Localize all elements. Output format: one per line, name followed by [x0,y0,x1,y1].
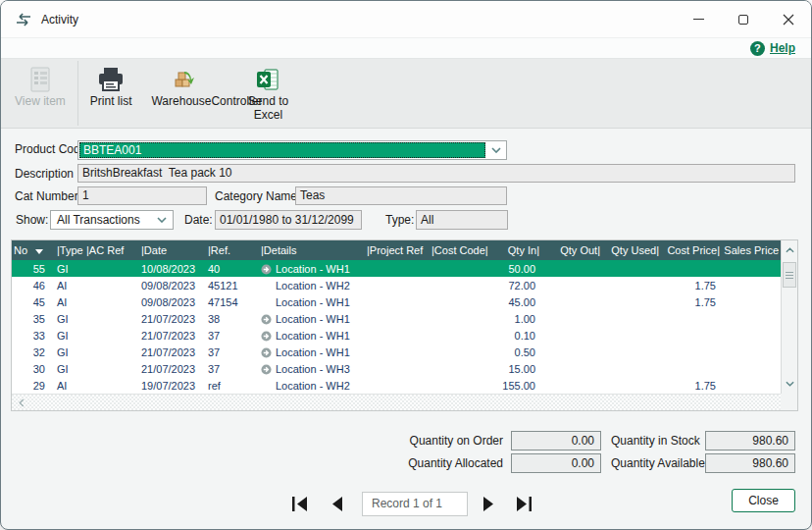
close-button[interactable]: Close [732,489,795,512]
first-record-button[interactable] [291,496,311,512]
chevron-up-icon [786,247,794,253]
activity-window: Activity ? Help View item Print list [0,0,812,530]
toolbar: View item Print list WarehouseController… [1,59,811,129]
table-row[interactable]: 46 AI 09/08/2023 45121 Location - WH2 72… [12,277,781,293]
category-name-label: Category Name [215,187,297,206]
transfer-arrow-icon [261,364,272,375]
cat-number-field: 1 [77,186,207,205]
column-header-cost-code[interactable]: |Cost Code| [430,240,492,260]
send-to-excel-label: Send to Excel [235,94,300,122]
column-header-project-ref[interactable]: |Project Ref [365,240,430,260]
transfer-arrow-icon [261,347,272,358]
show-select[interactable]: All Transactions [50,210,174,230]
warehouse-controller-button[interactable]: WarehouseController [141,59,226,128]
table-row[interactable]: 32 GI 21/07/2023 37 Location - WH1 0.50 [12,344,781,360]
table-row[interactable]: 55 GI 10/08/2023 40 Location - WH1 50.00 [12,260,781,277]
last-record-button[interactable] [513,496,533,512]
qty-in-stock-field: 980.60 [705,431,795,450]
transfer-arrow-icon [261,331,272,342]
view-item-icon [29,65,51,94]
window-title: Activity [41,13,78,26]
maximize-icon [738,15,748,25]
minimize-icon [693,19,704,20]
date-field: 01/01/1980 to 31/12/2099 [215,210,362,230]
table-header-row: No |Type |AC Ref |Date |Ref. |Details |P… [12,240,781,260]
transactions-table: No |Type |AC Ref |Date |Ref. |Details |P… [11,239,798,411]
column-header-type[interactable]: |Type [55,240,84,260]
table-row[interactable]: 45 AI 09/08/2023 47154 Location - WH1 45… [12,293,781,310]
qty-on-order-field: 0.00 [511,431,601,450]
product-code-combo[interactable]: BBTEA001 [77,140,507,160]
column-header-qty-out[interactable]: Qty Out| [541,240,602,260]
next-record-icon [482,496,495,512]
qty-available-field: 980.60 [705,453,795,473]
last-record-icon [513,496,533,512]
next-record-button[interactable] [482,496,495,512]
print-list-button[interactable]: Print list [80,59,142,128]
qty-on-order-label: Quantity on Order [393,431,503,450]
column-header-ac-ref[interactable]: |AC Ref [84,240,139,260]
column-header-sales-price[interactable]: Sales Price [722,240,781,260]
help-link[interactable]: Help [770,41,795,55]
previous-record-button[interactable] [330,496,344,512]
date-label: Date: [184,211,213,230]
column-header-ref[interactable]: |Ref. [206,240,259,260]
qty-in-stock-label: Quantity in Stock [611,431,700,450]
column-header-date[interactable]: |Date [139,240,206,260]
column-header-details[interactable]: |Details [259,240,365,260]
transfer-arrows-icon [15,13,32,26]
record-indicator: Record 1 of 1 [362,492,468,516]
chevron-down-icon [157,217,167,223]
column-header-no[interactable]: No [12,240,55,260]
category-name-field: Teas [295,186,507,205]
titlebar: Activity [1,1,811,38]
chevron-down-icon [786,381,794,387]
vertical-scrollbar-thumb[interactable] [783,262,796,288]
product-code-label: Product Code [15,140,86,159]
first-record-icon [291,496,311,512]
previous-record-icon [330,496,344,512]
chevron-left-icon [19,398,25,407]
column-header-qty-in[interactable]: Qty In| [492,240,541,260]
warehouse-controller-label: WarehouseController [151,94,216,108]
column-header-cost-price[interactable]: Cost Price| [661,240,722,260]
printer-icon [97,65,125,94]
type-label: Type: [385,211,414,230]
table-row[interactable]: 29 AI 19/07/2023 ref Location - WH2 155.… [12,377,781,394]
view-item-button[interactable]: View item [5,59,76,128]
description-label: Description [15,165,74,184]
scroll-down-button[interactable] [782,376,797,392]
scroll-up-button[interactable] [782,242,797,258]
product-code-dropdown-button[interactable] [486,141,506,159]
sort-desc-icon [35,249,43,254]
type-field: All [416,210,508,230]
window-controls [676,1,811,37]
horizontal-scrollbar[interactable] [12,394,781,410]
scroll-left-button[interactable] [14,395,29,410]
help-row: ? Help [1,38,811,59]
maximize-button[interactable] [721,1,766,37]
qty-allocated-field: 0.00 [511,453,601,473]
qty-available-label: Quantity Available [611,453,705,473]
print-list-label: Print list [90,94,132,108]
excel-icon [256,65,279,94]
column-header-qty-used[interactable]: Qty Used| [602,240,661,260]
close-icon [783,14,794,26]
table-row[interactable]: 33 GI 21/07/2023 37 Location - WH1 0.10 [12,327,781,344]
show-value: All Transactions [57,213,140,227]
table-row[interactable]: 35 GI 21/07/2023 38 Location - WH1 1.00 [12,310,781,327]
vertical-scrollbar[interactable] [781,240,797,394]
qty-allocated-label: Quantity Allocated [393,453,503,473]
minimize-button[interactable] [676,1,721,37]
scrollbar-grip-icon [786,272,793,279]
scrollbar-corner [781,394,797,410]
send-to-excel-button[interactable]: Send to Excel [226,59,310,128]
description-field: BritshBreakfast Tea pack 10 [77,164,795,183]
view-item-label: View item [15,94,66,108]
table-row[interactable]: 30 GI 21/07/2023 37 Location - WH3 15.00 [12,360,781,377]
transfer-arrow-icon [261,264,272,275]
toolbar-separator [77,61,78,126]
close-window-button[interactable] [766,1,811,37]
transfer-arrow-icon [261,314,272,325]
help-icon[interactable]: ? [750,41,765,56]
